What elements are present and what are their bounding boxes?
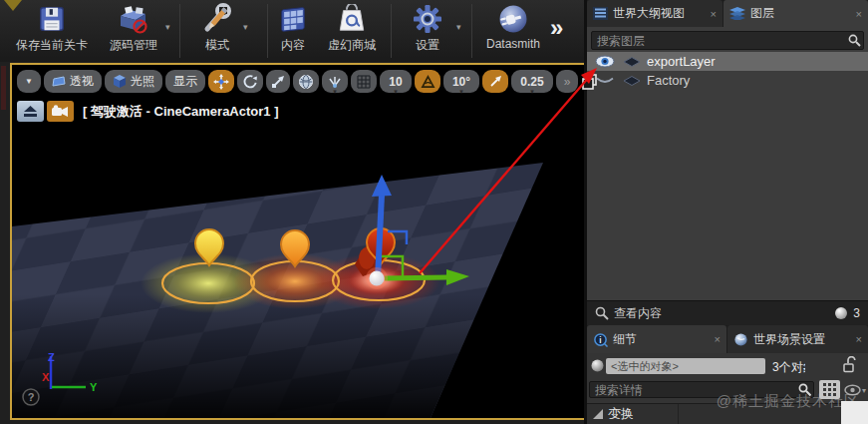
layers-search-input[interactable] [591,31,864,50]
show-flags-button[interactable]: 显示 [165,70,205,93]
toolbar-separator [391,4,392,58]
settings-button[interactable]: 设置 [395,3,460,59]
corner-popup-fragment [841,401,868,424]
marketplace-label: 虚幻商城 [328,37,376,54]
scale-snap-value: 0.25 [520,75,543,89]
settings-caret-icon[interactable]: ▾ [456,22,461,32]
caret-down-icon: ▾ [459,88,463,96]
show-label: 显示 [173,73,197,90]
save-level-button[interactable]: 保存当前关卡 [12,3,92,59]
close-icon[interactable]: × [856,8,862,20]
scale-snap-button[interactable] [482,70,508,93]
toolbar-overflow-chevron[interactable]: » [550,14,563,42]
details-info-icon: i [593,332,608,347]
gizmo-center-sphere[interactable] [370,271,385,286]
tab-layers[interactable]: 图层 × [723,0,868,27]
layer-name: Factory [647,73,690,88]
tab-world-settings-label: 世界场景设置 [753,331,825,348]
world-settings-globe-icon [733,332,748,347]
layer-glyph-icon [623,57,641,67]
surface-snap-icon [327,75,343,89]
viewport-help-icon[interactable]: ? [23,389,39,405]
pilot-camera-button[interactable] [47,101,74,122]
axis-x-label: X [42,371,50,383]
right-dock-panel: 世界大纲视图 × 图层 × expor [587,0,868,424]
viewport-options-button[interactable]: ▼ [17,70,41,93]
level-viewport[interactable]: Z X Y ? ▼ 透视 [10,63,586,420]
source-control-button[interactable]: 源码管理 [94,3,173,59]
save-level-label: 保存当前关卡 [16,37,88,54]
lit-mode-button[interactable]: 光照 [105,70,162,93]
source-control-label: 源码管理 [110,37,157,54]
tab-details[interactable]: i 细节 × [587,325,726,353]
svg-text:?: ? [28,391,35,403]
lock-open-icon[interactable] [842,356,856,373]
layer-contents-bar[interactable]: 查看内容 3 [587,300,868,325]
datasmith-button[interactable]: Datasmith [475,3,551,59]
gizmo-z-axis-arrow[interactable] [378,195,382,278]
tab-world-settings[interactable]: 世界场景设置 × [727,325,868,353]
column-splitter[interactable] [678,404,679,424]
rotation-snap-button[interactable] [415,70,440,93]
content-browser-label: 内容 [281,37,305,54]
lit-label: 光照 [131,73,154,90]
see-contents-icon [595,306,609,320]
layer-name: exportLayer [647,54,716,69]
see-contents-label: 查看内容 [614,305,662,322]
eject-pilot-button[interactable] [17,101,44,122]
caret-down-icon: ▾ [394,88,398,96]
lit-cube-icon [113,75,127,88]
collapsed-tab-strip [1,66,6,110]
chevron-right-icon: » [564,75,571,89]
rotate-tool-button[interactable] [237,70,263,93]
perspective-button[interactable]: 透视 [44,70,102,93]
layers-icon [729,7,745,20]
grid-snap-button[interactable] [351,70,377,93]
scale-tool-button[interactable] [266,70,290,93]
tab-details-label: 细节 [613,331,637,348]
grid-snap-value: 10 [389,75,402,89]
selected-object-name-field[interactable]: <选中的对象> [606,358,765,374]
rotate-tool-icon [243,74,258,89]
toolbar-separator [471,4,472,58]
camera-icon [52,105,69,118]
grid-snap-value-button[interactable]: 10 ▾ [380,70,412,93]
viewport-toolbar: ▼ 透视 光照 显示 [17,70,599,93]
move-tool-button[interactable] [208,70,234,93]
close-icon[interactable]: × [711,8,717,20]
scale-snap-value-button[interactable]: 0.25 ▾ [511,70,553,93]
rotation-snap-value: 10° [452,75,470,89]
eject-icon [24,106,37,118]
layer-row-exportlayer[interactable]: exportLayer [587,52,868,71]
gizmo-y-axis-arrow[interactable] [385,277,447,278]
rotation-snap-value-button[interactable]: 10° ▾ [443,70,479,93]
world-coordinate-button[interactable] [293,70,319,93]
caret-down-icon[interactable]: ▾ [862,386,866,395]
unreal-editor-window: 保存当前关卡 源码管理 ▾ [0,0,868,424]
axis-z-label: Z [48,351,55,363]
grid-snap-icon [357,75,371,89]
object-sphere-icon [591,359,604,372]
tab-world-outliner-label: 世界大纲视图 [613,5,685,22]
move-tool-icon [213,74,229,90]
axis-y-label: Y [90,381,98,393]
surface-snap-button[interactable]: ▾ [322,70,348,93]
eye-open-icon[interactable] [595,55,615,68]
selected-object-count: 3个对象 [772,359,805,376]
marketplace-button[interactable]: 虚幻商城 [317,3,387,59]
restore-viewports-icon[interactable] [581,73,599,91]
close-icon[interactable]: × [856,333,862,345]
viewport-toolbar-overflow-button[interactable]: » [556,70,578,93]
caret-down-icon: ▾ [530,88,534,96]
marketplace-bag-icon [336,3,368,35]
tab-world-outliner[interactable]: 世界大纲视图 × [587,0,723,27]
close-icon[interactable]: × [715,333,721,345]
modes-caret-icon[interactable]: ▾ [243,22,248,32]
actor-sphere-icon [834,306,848,320]
source-control-caret-icon[interactable]: ▾ [165,22,170,32]
wrench-pencil-icon [201,3,233,35]
globe-icon [298,74,314,90]
layer-row-factory[interactable]: Factory [587,71,868,90]
watermark-text: @稀土掘金技术社区 [717,392,860,411]
caret-down-icon: ▼ [25,77,33,86]
